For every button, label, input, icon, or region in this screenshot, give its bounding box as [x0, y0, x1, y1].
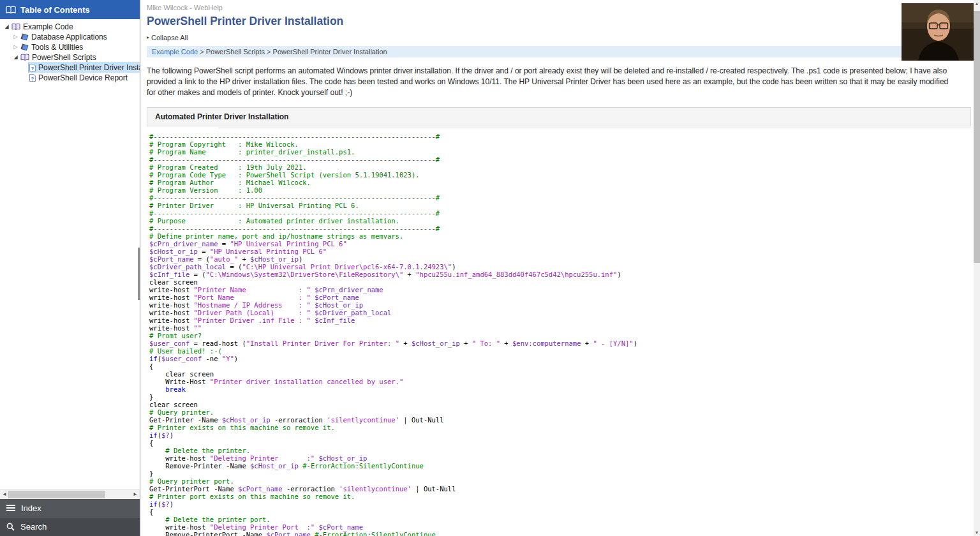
code-line: $cInf_file = ("C:\Windows\System32\Drive… — [149, 271, 962, 278]
code-line: $cDriver_path_local = ("C:\HP Universal … — [149, 263, 962, 271]
code-line: write-host "Deleting Printer Port :" $cP… — [149, 523, 962, 531]
code-line: write-host "Port Name : " $cPort_name — [149, 294, 962, 301]
code-line: if($?) — [149, 431, 962, 439]
expand-node-icon[interactable]: ▷ — [11, 42, 20, 52]
code-line: #---------------------------------------… — [149, 156, 962, 163]
scroll-right-icon[interactable]: ► — [133, 490, 138, 499]
code-line: # Delete the printer. — [149, 447, 962, 454]
code-line: # Delete the printer port. — [149, 516, 962, 523]
toc-title: Table of Contents — [20, 5, 90, 15]
toc-sidebar: Table of Contents ◢Example Code▷Database… — [0, 0, 140, 536]
author-photo — [902, 3, 975, 61]
code-line: write-host "Printer Driver .inf File : "… — [149, 316, 962, 324]
webhelp-app: Table of Contents ◢Example Code▷Database… — [0, 0, 980, 536]
toc-item-label: PowerShell Scripts — [32, 53, 96, 62]
code-line: clear screen — [149, 401, 962, 408]
code-line: clear screen — [149, 370, 962, 378]
code-line: $cPort_name = ("auto_" + $cHost_or_ip) — [149, 255, 962, 263]
toggle-underline — [218, 128, 971, 128]
toc-item-label: PowerShell Printer Driver Installation — [38, 63, 140, 72]
toggle-section-header[interactable]: Automated Printer Driver Installation — [147, 107, 971, 126]
toc-header: Table of Contents — [0, 0, 140, 19]
toc-tree: ◢Example Code▷Database Applications▷Tool… — [0, 19, 140, 489]
open-book-icon — [6, 6, 16, 14]
sidebar-index-button[interactable]: Index — [0, 499, 140, 517]
code-line: $cPrn_driver_name = "HP Universal Printi… — [149, 240, 962, 248]
scroll-down-icon[interactable]: ▼ — [974, 530, 980, 535]
code-line: # Program Name : printer_driver_install.… — [149, 148, 962, 156]
toc-item-tools-utilities[interactable]: ▷Tools & Utilities — [0, 42, 140, 52]
code-line: # Promt user? — [149, 332, 962, 339]
svg-text:?: ? — [31, 66, 34, 71]
code-line: { — [149, 439, 962, 447]
scroll-up-icon[interactable]: ▲ — [974, 1, 980, 6]
code-line: } — [149, 393, 962, 401]
code-line: # Program Copyright : Mike Wilcock. — [149, 140, 962, 148]
code-line: # Query printer port. — [149, 477, 962, 485]
collapse-all-label: Collapse All — [151, 34, 188, 41]
toc-item-powershell-scripts[interactable]: ◢PowerShell Scripts — [0, 52, 140, 63]
code-line: Remove-PrinterPort -Name $cPort_name #-E… — [149, 531, 962, 536]
code-line: # Program Version : 1.00 — [149, 186, 962, 194]
breadcrumb: Example Code > PowerShell Scripts > Powe… — [147, 46, 971, 57]
intro-paragraph: The following PowerShell script performs… — [147, 66, 962, 98]
toc-item-label: Example Code — [23, 22, 73, 31]
menu-icon — [6, 504, 15, 512]
toc-item-powershell-printer-driver-installation[interactable]: ?PowerShell Printer Driver Installation — [0, 63, 140, 73]
toc-item-label: Database Applications — [31, 33, 107, 41]
collapse-all-button[interactable]: ▸ Collapse All — [147, 34, 188, 41]
code-line: } — [149, 470, 962, 477]
toc-item-label: PowerShell Device Report — [38, 73, 128, 82]
code-line: #---------------------------------------… — [149, 225, 962, 232]
svg-text:?: ? — [31, 76, 34, 82]
open-book-icon — [11, 23, 20, 31]
sidebar-search-button[interactable]: Search — [0, 517, 140, 536]
code-line: $cHost_or_ip = "HP Universal Printing PC… — [149, 248, 962, 255]
code-line: if($?) — [149, 500, 962, 508]
code-line: # Program Created : 19th July 2021. — [149, 163, 962, 171]
toc-item-database-applications[interactable]: ▷Database Applications — [0, 32, 140, 42]
page-scrollbar[interactable]: ▲ ▼ — [974, 0, 980, 536]
breadcrumb-separator: > — [198, 48, 206, 56]
expand-node-icon[interactable]: ▷ — [11, 32, 20, 42]
code-line: # Program Author : Michael Wilcock. — [149, 179, 962, 186]
search-icon — [6, 523, 15, 531]
code-line: write-host "Deleting Printer :" $cHost_o… — [149, 454, 962, 462]
code-line: write-host "" — [149, 324, 962, 332]
code-line: write-host "Driver Path (Local) : " $cDr… — [149, 309, 962, 316]
collapse-node-icon[interactable]: ◢ — [11, 52, 20, 63]
vertical-scrollbar-thumb[interactable] — [974, 11, 980, 263]
sidebar-splitter-handle[interactable] — [138, 248, 140, 300]
code-line: # Program Code Type : PowerShell Script … — [149, 171, 962, 179]
horizontal-scrollbar-thumb[interactable] — [8, 491, 105, 498]
footer-label: Search — [20, 522, 47, 532]
closed-book-icon — [20, 33, 29, 41]
code-line: { — [149, 362, 962, 370]
breadcrumb-item: PowerShell Scripts — [206, 48, 265, 56]
toc-item-example-code[interactable]: ◢Example Code — [0, 22, 140, 32]
breadcrumb-item[interactable]: Example Code — [152, 48, 198, 56]
code-line: write-host "Printer Name : " $cPrn_drive… — [149, 286, 962, 294]
sidebar-footer: IndexSearch — [0, 499, 140, 536]
toc-horizontal-scrollbar[interactable]: ◄ ► — [0, 489, 140, 499]
collapse-node-icon[interactable]: ◢ — [3, 22, 11, 32]
code-block: #---------------------------------------… — [147, 133, 962, 536]
code-line: clear screen — [149, 278, 962, 286]
footer-label: Index — [21, 503, 41, 513]
code-line: # Purpose : Automated printer driver ins… — [149, 217, 962, 225]
toc-item-powershell-device-report[interactable]: ?PowerShell Device Report — [0, 73, 140, 83]
breadcrumb-item: PowerShell Printer Driver Installation — [273, 48, 387, 56]
scroll-left-icon[interactable]: ◄ — [2, 490, 7, 499]
code-line: #---------------------------------------… — [149, 194, 962, 202]
toc-item-label: Tools & Utilities — [31, 43, 83, 52]
collapse-all-icon: ▸ — [147, 34, 149, 40]
breadcrumb-separator: > — [265, 48, 273, 56]
toggle-section-title: Automated Printer Driver Installation — [155, 112, 288, 121]
code-line: if($user_conf -ne "Y") — [149, 355, 962, 362]
page-title: PowerShell Printer Driver Installation — [147, 15, 962, 28]
code-line: write-host "Hostname / IP Address : " $c… — [149, 301, 962, 309]
code-line: Write-Host "Printer driver installation … — [149, 378, 962, 385]
code-line: #---------------------------------------… — [149, 209, 962, 217]
code-line: Remove-Printer -Name $cHost_or_ip #-Erro… — [149, 462, 962, 470]
code-line: { — [149, 508, 962, 516]
